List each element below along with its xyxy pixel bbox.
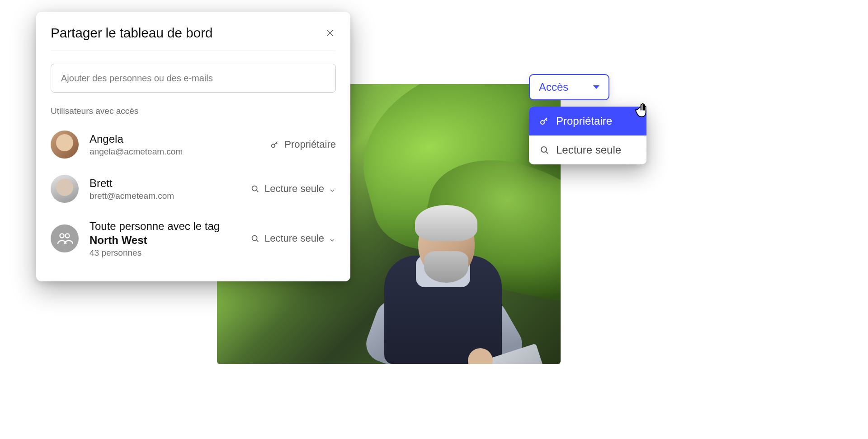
magnifier-icon xyxy=(250,234,260,243)
chevron-down-icon xyxy=(329,185,336,192)
share-dashboard-modal: Partager le tableau de bord Utilisateurs… xyxy=(36,12,350,281)
avatar xyxy=(51,175,79,203)
role-selector[interactable]: Lecture seule xyxy=(250,233,336,244)
role-selector[interactable]: Lecture seule xyxy=(250,183,336,195)
magnifier-icon xyxy=(250,184,260,194)
user-email: brett@acmeteam.com xyxy=(90,191,250,201)
role-label: Lecture seule xyxy=(264,183,324,195)
access-option-label: Lecture seule xyxy=(556,144,621,156)
svg-point-2 xyxy=(252,236,257,241)
group-tag-line: Toute personne avec le tag North West xyxy=(90,219,250,247)
user-email: angela@acmeteam.com xyxy=(90,147,270,157)
magnifier-icon xyxy=(539,145,550,155)
close-button[interactable] xyxy=(324,27,336,39)
close-icon xyxy=(325,28,335,38)
modal-title: Partager le tableau de bord xyxy=(51,25,212,41)
group-avatar xyxy=(51,224,79,252)
access-dropdown-menu: Propriétaire Lecture seule xyxy=(529,107,646,164)
key-icon xyxy=(270,140,280,149)
users-with-access-label: Utilisateurs avec accès xyxy=(51,106,336,116)
key-icon xyxy=(539,116,550,126)
role-label: Lecture seule xyxy=(264,233,324,244)
group-row: Toute personne avec le tag North West 43… xyxy=(51,211,336,266)
user-row: Angela angela@acmeteam.com Propriétaire xyxy=(51,122,336,167)
avatar xyxy=(51,131,79,159)
svg-point-1 xyxy=(252,186,257,191)
add-people-input[interactable] xyxy=(51,64,336,93)
group-tag-name: North West xyxy=(90,234,147,246)
chevron-down-icon xyxy=(329,235,336,242)
role-indicator-owner: Propriétaire xyxy=(270,139,336,150)
role-label: Propriétaire xyxy=(284,139,336,150)
group-count: 43 personnes xyxy=(90,248,250,258)
svg-point-3 xyxy=(541,121,544,124)
access-trigger-label: Accès xyxy=(539,81,568,93)
people-icon xyxy=(57,230,73,247)
caret-down-icon xyxy=(593,85,599,89)
user-name: Angela xyxy=(90,132,270,146)
access-option-read[interactable]: Lecture seule xyxy=(529,135,646,164)
svg-point-0 xyxy=(272,144,275,147)
svg-point-4 xyxy=(541,147,547,152)
access-option-label: Propriétaire xyxy=(556,115,612,127)
access-dropdown-trigger[interactable]: Accès xyxy=(529,74,609,100)
user-name: Brett xyxy=(90,177,250,190)
access-option-owner[interactable]: Propriétaire xyxy=(529,107,646,135)
user-row: Brett brett@acmeteam.com Lecture seule xyxy=(51,167,336,211)
